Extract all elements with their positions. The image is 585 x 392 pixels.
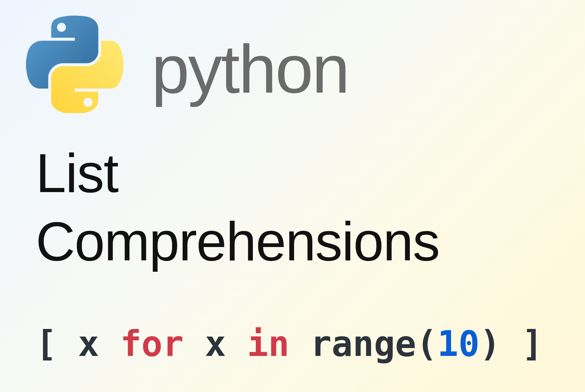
code-space bbox=[184, 323, 205, 364]
python-logo-icon bbox=[26, 16, 124, 113]
code-close-bracket: ] bbox=[501, 323, 543, 364]
code-example: [ x for x in range(10) ] bbox=[36, 323, 543, 364]
code-rparen: ) bbox=[480, 323, 501, 364]
code-var: x bbox=[78, 323, 120, 364]
code-space bbox=[289, 323, 310, 364]
title-line-2: Comprehensions bbox=[36, 211, 439, 272]
header-row: python bbox=[26, 25, 349, 113]
code-keyword-in: in bbox=[247, 323, 289, 364]
title-line-1: List bbox=[36, 143, 118, 204]
slide-title: List Comprehensions bbox=[36, 139, 439, 276]
code-number: 10 bbox=[437, 323, 479, 364]
code-lparen: ( bbox=[416, 323, 437, 364]
code-func: range bbox=[310, 323, 416, 364]
code-open-bracket: [ bbox=[36, 323, 78, 364]
python-wordmark: python bbox=[151, 35, 349, 103]
code-var: x bbox=[205, 323, 247, 364]
code-keyword-for: for bbox=[120, 323, 184, 364]
